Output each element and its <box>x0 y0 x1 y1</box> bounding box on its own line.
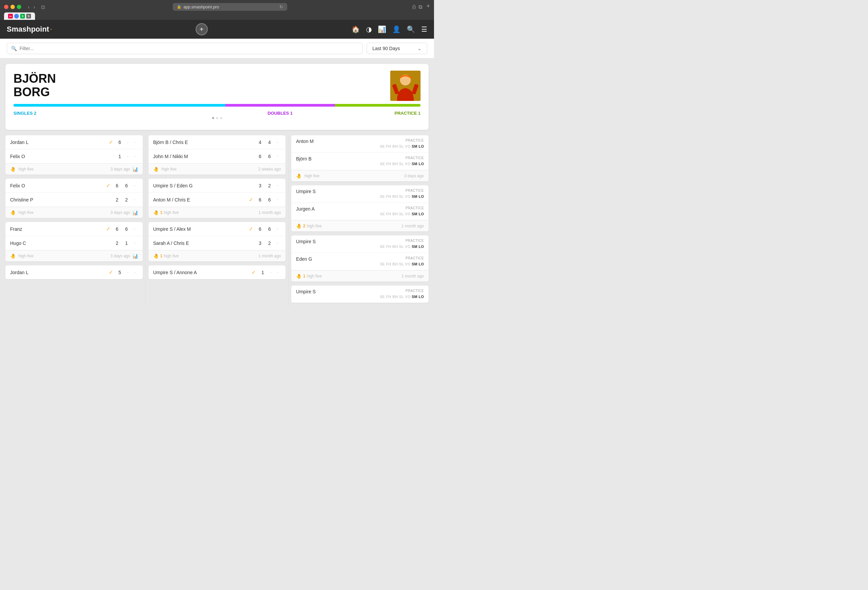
dot-cell: · <box>125 153 131 160</box>
logo-text: Smashpoint <box>7 25 49 34</box>
practice-skills: SE FH BH SL VO SM LO <box>380 295 424 299</box>
score-cell: 6 <box>122 183 131 188</box>
practice-player: Björn B <box>296 156 380 162</box>
practice-card-4: Umpire S PRACTICE SE FH BH SL VO SM LO <box>291 285 429 303</box>
practice-player: Umpire S <box>296 239 380 244</box>
dot-cell: · <box>131 196 138 203</box>
nav-stats[interactable]: ◑ <box>366 25 372 33</box>
stat-bar <box>13 104 421 107</box>
winner-check-icon: ✓ <box>106 182 111 189</box>
practice-row: Umpire S PRACTICE SE FH BH SL VO SM LO <box>291 235 429 253</box>
singles-match-2: Felix O ✓ 6 6 · Christine P 2 2 · 🤚 high… <box>5 179 143 218</box>
practice-label: PRACTICE <box>380 239 424 243</box>
score-cell: 6 <box>265 197 274 203</box>
filter-bar: 🔍 Last 90 Days ⌄ <box>0 39 434 59</box>
high-five-label: high five <box>162 167 177 172</box>
browser-tab-row: in S S <box>0 11 434 20</box>
match-row: Umpire S / Alex M ✓ 6 6 · <box>149 222 286 236</box>
player-name: Hugo C <box>10 240 105 246</box>
practice-card-1: Anton M PRACTICE SE FH BH SL VO SM LO Bj… <box>291 135 429 181</box>
profile-card: BJÖRN BORG SINGLES 2 DOUBLES 1 PRACTICE … <box>5 64 429 130</box>
player-name: Anton M / Chris E <box>153 197 249 203</box>
practice-column: Anton M PRACTICE SE FH BH SL VO SM LO Bj… <box>291 135 429 307</box>
match-date: 1 month ago <box>258 210 281 215</box>
address-bar[interactable]: 🔒 app.smashpoint.pro ↻ <box>173 3 287 11</box>
date-filter[interactable]: Last 90 Days ⌄ <box>367 43 427 54</box>
practice-label: PRACTICE <box>380 189 424 193</box>
dot-cell: · <box>131 182 138 189</box>
nav-menu[interactable]: ☰ <box>421 25 427 33</box>
match-footer: 🤚 high five 3 days ago <box>291 170 429 181</box>
practice-tags: PRACTICE SE FH BH SL VO SM LO <box>380 289 424 299</box>
match-date: 1 month ago <box>402 274 424 278</box>
score-cell: 6 <box>112 183 122 188</box>
high-five-count: 2 <box>303 224 306 228</box>
column-divider-2 <box>288 135 289 307</box>
filter-input-wrap[interactable]: 🔍 <box>7 43 363 54</box>
address-bar-wrap: 🔒 app.smashpoint.pro ↻ <box>50 3 410 11</box>
player-name: Jordan L <box>10 270 109 275</box>
singles-match-1: Jordan L ✓ 6 · · Felix O 1 · · 🤚 high fi… <box>5 135 143 175</box>
close-button[interactable] <box>4 5 9 9</box>
nav-leaderboard[interactable]: 📊 <box>378 25 386 33</box>
score-cell: 6 <box>255 154 265 159</box>
new-tab-button[interactable]: + <box>426 3 430 11</box>
high-five-label: high five <box>164 210 179 215</box>
dot-cell: · <box>274 138 281 146</box>
match-row: Umpire S / Eden G 3 2 · <box>149 179 286 193</box>
score-cell: 6 <box>122 227 131 232</box>
dot-cell: · <box>131 225 138 232</box>
match-footer: 🤚 high five 3 days ago 📊 <box>5 207 143 218</box>
nav-home[interactable]: 🏠 <box>351 25 360 33</box>
forward-button[interactable]: › <box>32 4 37 10</box>
score-cell: 6 <box>255 227 265 232</box>
reload-button[interactable]: ↻ <box>279 4 283 9</box>
show-sidebar-button[interactable]: ⊡ <box>39 4 47 10</box>
score-cell: 1 <box>115 154 125 159</box>
dot-cell: · <box>274 240 281 247</box>
browser-tab[interactable]: in S S <box>4 12 35 20</box>
match-footer: 🤚 high five 3 days ago 📊 <box>5 163 143 175</box>
stat-labels: SINGLES 2 DOUBLES 1 PRACTICE 1 <box>13 111 421 116</box>
stats-icon[interactable]: 📊 <box>132 210 138 215</box>
nav-search[interactable]: 🔍 <box>407 25 415 33</box>
traffic-lights <box>4 5 21 9</box>
stats-icon[interactable]: 📊 <box>132 166 138 172</box>
back-button[interactable]: ‹ <box>27 4 31 10</box>
dot-cell: · <box>125 269 131 276</box>
score-cell: 5 <box>115 270 125 275</box>
dot-cell: · <box>274 269 281 276</box>
column-divider <box>145 135 146 307</box>
filter-input[interactable] <box>19 46 358 51</box>
match-time-label: high five <box>19 167 34 172</box>
player-name: Björn B / Chris E <box>153 140 248 145</box>
add-button[interactable]: + <box>196 23 208 35</box>
split-button[interactable]: ⧉ <box>419 4 422 10</box>
player-name: Jordan L <box>10 140 109 145</box>
favicon-chrome <box>14 14 19 19</box>
practice-tags: PRACTICE SE FH BH SL VO SM LO <box>380 156 424 166</box>
score-cell: 2 <box>265 183 274 188</box>
high-five-icon: 🤚 <box>10 253 16 259</box>
minimize-button[interactable] <box>10 5 15 9</box>
scroll-dot-2 <box>216 117 218 119</box>
stats-icon[interactable]: 📊 <box>132 253 138 259</box>
favicon-in: in <box>8 14 13 19</box>
add-btn-wrap: + <box>52 23 351 35</box>
matches-grid: Jordan L ✓ 6 · · Felix O 1 · · 🤚 high fi… <box>0 135 434 312</box>
singles-column: Jordan L ✓ 6 · · Felix O 1 · · 🤚 high fi… <box>5 135 143 307</box>
maximize-button[interactable] <box>17 5 21 9</box>
match-date: 3 days ago <box>111 167 130 172</box>
match-date: 3 days ago <box>111 254 130 258</box>
nav-icons: 🏠 ◑ 📊 👤 🔍 ☰ <box>351 25 427 33</box>
dot-cell: · <box>131 269 138 276</box>
date-range-label: Last 90 Days <box>372 46 400 51</box>
nav-profile[interactable]: 👤 <box>392 25 401 33</box>
share-button[interactable]: ⎙ <box>412 4 416 10</box>
dot-cell: · <box>274 225 281 232</box>
player-name: Felix O <box>10 183 106 188</box>
score-cell: 4 <box>265 140 274 145</box>
winner-check-icon: ✓ <box>249 196 253 203</box>
high-five-icon: 🤚 <box>296 274 302 279</box>
stat-bar-singles <box>13 104 225 107</box>
